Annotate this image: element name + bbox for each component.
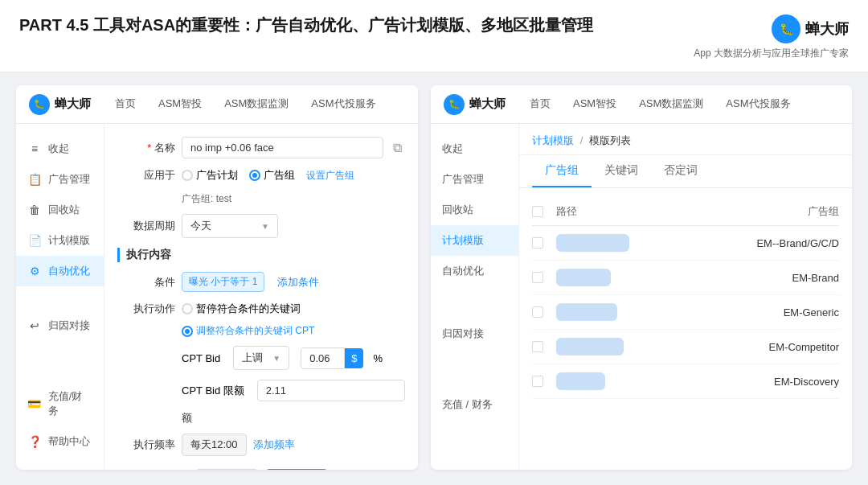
right-sidebar-admanage[interactable]: 广告管理 (431, 164, 518, 195)
table-header: 路径 广告组 (532, 198, 839, 226)
right-nav-home[interactable]: 首页 (518, 85, 562, 124)
add-freq-link[interactable]: 添加频率 (253, 438, 295, 452)
radio-pause-circle (182, 303, 193, 314)
cpt-bid-limit-input[interactable] (257, 380, 405, 401)
action-label: 执行动作 (117, 302, 175, 316)
freq-label: 执行频率 (117, 438, 175, 452)
main-content: 🐛 蝉大师 首页 ASM智投 ASM数据监测 ASM代投服务 ≡ 收起 📋 (0, 72, 868, 483)
right-admanage-label: 广告管理 (442, 172, 484, 187)
sidebar-item-collapse[interactable]: ≡ 收起 (16, 134, 104, 164)
radio-ad-group[interactable]: 广告组 (249, 168, 295, 183)
row-checkbox-3[interactable] (532, 341, 543, 352)
right-nav: 🐛 蝉大师 首页 ASM智投 ASM数据监测 ASM代投服务 (431, 85, 852, 124)
sidebar-item-autoopt[interactable]: ⚙ 自动优化 (16, 256, 104, 286)
action-label-row: 执行动作 暂停符合条件的关键词 (117, 302, 405, 316)
right-sidebar-trash[interactable]: 回收站 (431, 195, 518, 225)
period-select[interactable]: 今天 ▼ (182, 214, 278, 238)
breadcrumb-parent[interactable]: 计划模版 (532, 134, 574, 146)
tabs-bar: 广告组 关键词 否定词 (519, 155, 852, 188)
action-pause-label: 暂停符合条件的关键词 (196, 302, 301, 316)
cpt-bid-value-input[interactable] (301, 347, 345, 369)
sidebar-item-finance[interactable]: 💳 充值/财务 (16, 381, 104, 426)
close-button[interactable]: 关闭 (195, 469, 258, 470)
cpt-bid-direction-select[interactable]: 上调 ▼ (233, 346, 289, 370)
action-option-pause[interactable]: 暂停符合条件的关键词 (182, 302, 301, 316)
add-condition-link[interactable]: 添加条件 (277, 275, 319, 290)
path-visual-2 (556, 303, 617, 321)
right-sidebar-autoopt[interactable]: 自动优化 (431, 256, 518, 286)
tab-negative[interactable]: 否定词 (651, 155, 710, 187)
radio-ad-plan[interactable]: 广告计划 (182, 168, 238, 183)
cpt-bid-direction: 上调 (242, 351, 263, 365)
right-main-content: 计划模版 / 模版列表 广告组 关键词 否定词 (519, 124, 852, 470)
set-adgroup-link[interactable]: 设置广告组 (306, 169, 354, 183)
left-nav: 🐛 蝉大师 首页 ASM智投 ASM数据监测 ASM代投服务 (16, 85, 418, 124)
adgroup-text-1: EM-Brand (678, 272, 839, 284)
brand-name: 蝉大师 (805, 19, 849, 39)
left-logo-text: 蝉大师 (55, 97, 91, 112)
right-attribution-label: 归因对接 (442, 327, 484, 341)
sidebar-item-help[interactable]: ❓ 帮助中心 (16, 426, 104, 457)
menu-icon: ≡ (27, 142, 42, 155)
table-row: EM-Discovery (532, 364, 839, 399)
left-nav-service[interactable]: ASM代投服务 (300, 85, 387, 124)
freq-row: 执行频率 每天12:00 添加频率 (117, 434, 405, 456)
adgroup-text-0: EM--Brand/G/C/D (678, 237, 839, 249)
right-sidebar-attribution[interactable]: 归因对接 (431, 319, 518, 349)
left-nav-logo: 🐛 蝉大师 (29, 94, 91, 115)
right-sidebar-template[interactable]: 计划模版 (431, 225, 518, 256)
cpt-bid-input-group: $ (301, 347, 363, 369)
adgroup-text-3: EM-Competitor (678, 341, 839, 353)
sidebar-label-finance: 充值/财务 (48, 389, 92, 418)
period-value: 今天 (190, 219, 211, 233)
breadcrumb-current: 模版列表 (589, 134, 631, 146)
condition-tag: 曝光 小于等于 1 (182, 272, 264, 292)
path-visual-3 (556, 338, 624, 356)
right-nav-logo: 🐛 蝉大师 (444, 94, 506, 115)
right-nav-service[interactable]: ASM代投服务 (714, 85, 801, 124)
adgroup-text-2: EM-Generic (678, 306, 839, 319)
sidebar-item-admanage[interactable]: 📋 广告管理 (16, 164, 104, 195)
row-check-0 (532, 237, 556, 249)
path-block-2 (556, 303, 678, 321)
help-icon: ❓ (27, 435, 42, 448)
sidebar-label-help: 帮助中心 (48, 434, 90, 449)
left-nav-monitor[interactable]: ASM数据监测 (213, 85, 300, 124)
right-nav-monitor[interactable]: ASM数据监测 (628, 85, 714, 124)
sidebar-label-admanage: 广告管理 (48, 172, 90, 187)
right-template-label: 计划模版 (442, 233, 484, 248)
header-checkbox[interactable] (532, 206, 543, 217)
save-button[interactable]: 保存 (266, 469, 327, 470)
row-checkbox-0[interactable] (532, 237, 543, 249)
row-checkbox-2[interactable] (532, 306, 543, 318)
sidebar-label-template: 计划模版 (48, 233, 90, 248)
left-form-content: 名称 ⧉ 应用于 广告计划 (104, 124, 418, 470)
right-trash-label: 回收站 (442, 203, 473, 217)
action-option-adjust[interactable]: 调整符合条件的关键词 CPT (182, 324, 314, 338)
adgroup-text-4: EM-Discovery (678, 376, 839, 388)
tab-keyword[interactable]: 关键词 (592, 155, 651, 187)
sidebar-item-attribution[interactable]: ↩ 归因对接 (16, 310, 104, 341)
left-nav-home[interactable]: 首页 (104, 85, 147, 124)
brand-logo: 🐛 蝉大师 (772, 14, 849, 43)
table-col-adgroup-header: 广告组 (678, 204, 839, 219)
row-checkbox-1[interactable] (532, 272, 543, 283)
left-sidebar: ≡ 收起 📋 广告管理 🗑 回收站 📄 计划模版 (16, 124, 104, 470)
tab-adgroup[interactable]: 广告组 (532, 155, 592, 187)
page-wrapper: PART 4.5 工具对ASA的重要性：广告自动优化、广告计划模版、多地区批量管… (0, 0, 868, 485)
name-input[interactable] (182, 137, 383, 158)
cpt-bid-limit-label: CPT Bid 限额 (182, 384, 244, 398)
breadcrumb: 计划模版 / 模版列表 (519, 124, 852, 155)
right-sidebar-finance[interactable]: 充值 / 财务 (431, 389, 518, 420)
sidebar-item-trash[interactable]: 🗑 回收站 (16, 195, 104, 225)
left-nav-asm[interactable]: ASM智投 (147, 85, 213, 124)
sidebar-item-template[interactable]: 📄 计划模版 (16, 225, 104, 256)
row-checkbox-4[interactable] (532, 376, 543, 387)
right-nav-asm[interactable]: ASM智投 (562, 85, 628, 124)
period-label: 数据周期 (117, 219, 175, 233)
top-header: PART 4.5 工具对ASA的重要性：广告自动优化、广告计划模版、多地区批量管… (0, 0, 868, 72)
breadcrumb-sep: / (580, 134, 583, 146)
sidebar-label-autoopt: 自动优化 (48, 264, 90, 278)
copy-icon[interactable]: ⧉ (390, 141, 405, 155)
right-sidebar-collapse[interactable]: 收起 (431, 134, 518, 164)
